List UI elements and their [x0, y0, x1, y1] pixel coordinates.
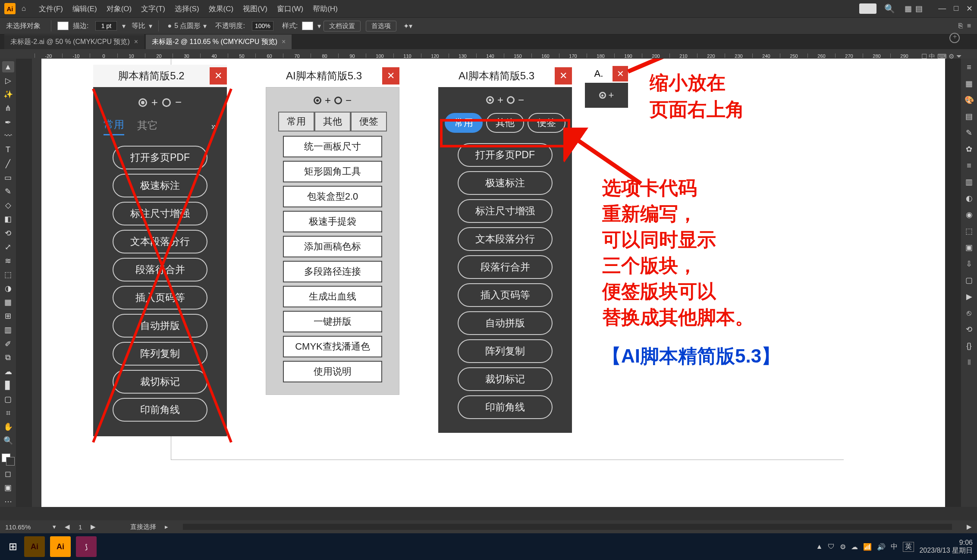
tray-volume-icon[interactable]: 🔊 — [877, 543, 886, 551]
edit-toolbar-icon[interactable]: ⋯ — [2, 496, 14, 507]
panel53l-btn-4[interactable]: 添加画稿色标 — [283, 236, 382, 257]
close-tab-icon[interactable]: × — [134, 38, 138, 45]
appearance-panel-icon[interactable]: ◉ — [963, 209, 975, 221]
window-minimize-icon[interactable]: — — [938, 4, 946, 13]
draw-mode-icon[interactable]: ◻ — [2, 468, 14, 479]
symbols-panel-icon[interactable]: ✿ — [963, 143, 975, 155]
panelmini-close-button[interactable]: ✕ — [613, 66, 628, 81]
panel52-btn-3[interactable]: 文本段落分行 — [113, 230, 207, 253]
cloud-sync-icon[interactable]: + — [949, 33, 960, 43]
fill-stroke-swatches[interactable] — [2, 454, 15, 466]
panel53d-btn-4[interactable]: 段落行合并 — [458, 255, 553, 279]
panel53d-btn-8[interactable]: 裁切标记 — [458, 367, 553, 391]
panel52-tab-common[interactable]: 常用 — [104, 118, 124, 135]
menu-window[interactable]: 窗口(W) — [277, 4, 303, 14]
align-icon[interactable]: ✦▾ — [403, 22, 412, 30]
brush-label[interactable]: 5 点圆形 — [174, 22, 201, 31]
libraries-panel-icon[interactable]: ▦ — [963, 78, 975, 90]
panel53d-btn-5[interactable]: 插入页码等 — [458, 283, 553, 307]
window-maximize-icon[interactable]: □ — [954, 4, 958, 13]
asset-export-panel-icon[interactable]: ⇩ — [963, 258, 975, 270]
menu-help[interactable]: 帮助(H) — [313, 4, 338, 14]
menu-file[interactable]: 文件(F) — [39, 4, 63, 14]
rotate-tool-icon[interactable]: ⟲ — [2, 228, 14, 239]
symbol-tool-icon[interactable]: ☁ — [2, 366, 14, 377]
window-close-icon[interactable]: ✕ — [966, 4, 973, 13]
panel-collapse-icon-2[interactable]: ≡ — [967, 22, 971, 30]
mini-search-field[interactable] — [859, 3, 876, 14]
brush-tool-icon[interactable]: ✎ — [2, 186, 14, 197]
tray-ico-1[interactable]: ▲ — [816, 543, 823, 551]
tray-ico-4[interactable]: ☁ — [851, 543, 858, 551]
gradient-panel-icon[interactable]: ▥ — [963, 176, 975, 188]
panel-collapse-icon[interactable]: ⎘ — [958, 22, 963, 30]
eraser-tool-icon[interactable]: ◧ — [2, 213, 14, 225]
panel53l-btn-5[interactable]: 多段路径连接 — [283, 261, 382, 282]
panel52-tab-other[interactable]: 其它 — [137, 119, 158, 135]
tray-ime-icon[interactable]: 中 — [891, 542, 898, 551]
panel53l-close-button[interactable]: ✕ — [382, 67, 399, 84]
history-panel-icon[interactable]: ⟲ — [963, 323, 975, 335]
hand-tool-icon[interactable]: ✋ — [2, 421, 14, 432]
close-tab-icon[interactable]: × — [282, 38, 286, 45]
panel53d-btn-7[interactable]: 阵列复制 — [458, 339, 553, 363]
opacity-input[interactable] — [252, 21, 273, 31]
panel53d-btn-1[interactable]: 极速标注 — [458, 171, 553, 195]
scale-tool-icon[interactable]: ⤢ — [2, 241, 14, 253]
panel52-btn-0[interactable]: 打开多页PDF — [113, 146, 207, 169]
menu-effect[interactable]: 效果(C) — [209, 4, 234, 14]
panel53d-tab-other[interactable]: 其他 — [486, 113, 524, 133]
home-icon[interactable]: ⌂ — [22, 4, 26, 13]
menu-select[interactable]: 选择(S) — [175, 4, 199, 14]
brushes-panel-icon[interactable]: ✎ — [963, 127, 975, 139]
tray-lang-icon[interactable]: 英 — [903, 542, 914, 552]
panel52-btn-7[interactable]: 阵列复制 — [113, 342, 207, 366]
panel52-btn-5[interactable]: 插入页码等 — [113, 286, 207, 310]
panel53l-tab-other[interactable]: 其他 — [314, 112, 351, 131]
lasso-tool-icon[interactable]: ⋔ — [2, 103, 14, 114]
panel52-btn-4[interactable]: 段落行合并 — [113, 258, 207, 282]
search-icon[interactable]: 🔍 — [884, 3, 895, 14]
swatches-panel-icon[interactable]: ▤ — [963, 110, 975, 122]
line-tool-icon[interactable]: ╱ — [2, 158, 14, 169]
menu-object[interactable]: 对象(O) — [107, 4, 132, 14]
panel53d-btn-2[interactable]: 标注尺寸增强 — [458, 199, 553, 223]
panel53l-tab-notes[interactable]: 便签 — [351, 112, 387, 131]
shaper-tool-icon[interactable]: ◇ — [2, 200, 14, 211]
panel53d-btn-3[interactable]: 文本段落分行 — [458, 227, 553, 251]
panel53l-btn-3[interactable]: 极速手提袋 — [283, 211, 382, 232]
zoom-level[interactable]: 110.65% — [5, 523, 44, 531]
doc-tab-1[interactable]: 未标题-2.ai @ 50 % (CMYK/CPU 预览)× — [4, 34, 144, 49]
tray-ico-5[interactable]: 📶 — [863, 543, 872, 551]
wand-tool-icon[interactable]: ✨ — [2, 89, 14, 100]
panel53l-btn-0[interactable]: 统一画板尺寸 — [283, 136, 382, 157]
curvature-tool-icon[interactable]: 〰 — [2, 131, 14, 142]
properties-panel-icon[interactable]: ≡ — [963, 61, 975, 73]
slice-tool-icon[interactable]: ⌗ — [2, 407, 14, 419]
fill-swatch[interactable] — [57, 22, 69, 30]
panel53l-tab-common[interactable]: 常用 — [278, 112, 314, 131]
screen-mode-icon[interactable]: ▣ — [2, 482, 14, 493]
pen-tool-icon[interactable]: ✒ — [2, 117, 14, 128]
scroll-right-icon[interactable]: ▶ — [967, 523, 972, 531]
panel53l-toggle-row[interactable]: +− — [270, 93, 395, 112]
panel52-close-button[interactable]: ✕ — [210, 67, 227, 84]
panel53d-btn-6[interactable]: 自动拼版 — [458, 311, 553, 335]
panel52-btn-9[interactable]: 印前角线 — [113, 398, 207, 422]
css-panel-icon[interactable]: {} — [963, 340, 975, 352]
graphic-styles-panel-icon[interactable]: ⬚ — [963, 225, 975, 237]
style-swatch[interactable] — [302, 22, 313, 30]
tray-ico-3[interactable]: ⚙ — [840, 543, 846, 551]
artboard-nav-next[interactable]: ▶ — [91, 523, 96, 531]
panel53d-close-button[interactable]: ✕ — [555, 67, 572, 84]
stroke-weight-input[interactable] — [95, 21, 117, 31]
selection-tool-icon[interactable]: ▲ — [2, 61, 14, 72]
actions-panel-icon[interactable]: ▶ — [963, 291, 975, 303]
direct-select-tool-icon[interactable]: ▷ — [2, 75, 14, 86]
workspace-layout-buttons[interactable]: ▦▤ — [903, 4, 924, 13]
stroke-panel-icon[interactable]: ≡ — [963, 160, 975, 172]
panel53d-tab-notes[interactable]: 便签 — [528, 113, 565, 133]
panel52-btn-1[interactable]: 极速标注 — [113, 174, 207, 197]
tray-ico-2[interactable]: 🛡 — [828, 543, 835, 551]
panel53l-btn-9[interactable]: 使用说明 — [283, 361, 382, 382]
